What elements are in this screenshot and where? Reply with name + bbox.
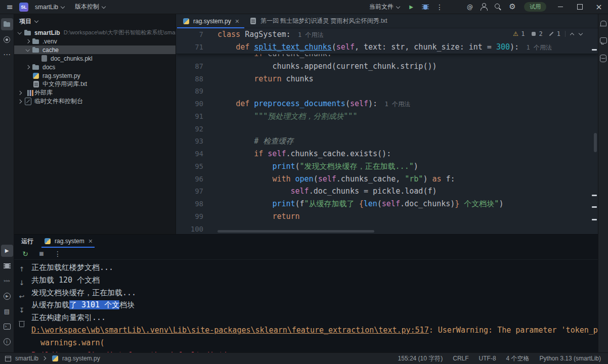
line-number: 97 xyxy=(176,185,203,198)
project-toolwindow-button[interactable] xyxy=(1,18,13,30)
debug-toolwindow-button[interactable] xyxy=(1,260,13,272)
console-more-v-button[interactable] xyxy=(53,249,63,259)
tree-item-label: rag.system.py xyxy=(42,72,80,79)
line-number: 90 xyxy=(176,98,203,110)
close-icon[interactable]: × xyxy=(89,237,93,245)
code-line: 96 with open(self.chunks_cache, "rb") as… xyxy=(176,173,598,186)
info-toolwindow-button[interactable] xyxy=(1,336,13,348)
project-panel-header[interactable]: 项目 xyxy=(14,14,176,28)
file-python-icon xyxy=(182,17,190,25)
console-up-button[interactable] xyxy=(17,264,27,274)
chevron-down-icon xyxy=(61,5,65,9)
tree-item[interactable]: .venv xyxy=(14,37,176,46)
statusbar-item[interactable]: Python 3.13 (smartLib) xyxy=(540,355,601,362)
minimize-icon xyxy=(556,3,564,11)
code-editor[interactable]: 1 2 1 xyxy=(176,28,598,234)
weak-warning-indicator[interactable]: 2 xyxy=(530,30,543,38)
code-line: 98 print(f"从缓存加载了 {len(self.doc_chunks)}… xyxy=(176,198,598,210)
trial-badge[interactable]: 试用 xyxy=(524,2,546,12)
folder-icon xyxy=(32,37,40,46)
statusbar-item[interactable]: UTF-8 xyxy=(479,355,496,362)
tree-item[interactable]: smartLibD:\workspace\wb\大学图书智能检索系统\smart… xyxy=(14,28,176,37)
maximize-icon xyxy=(576,3,584,11)
vertical-scrollbar[interactable] xyxy=(594,133,597,152)
search-everywhere-button[interactable] xyxy=(492,1,505,13)
code-line: 99 return xyxy=(176,210,598,223)
horizontal-scrollbar[interactable] xyxy=(218,230,374,233)
code-token: ) xyxy=(499,199,503,208)
code-text: # 检查缓存 xyxy=(218,135,293,148)
breadcrumb-file[interactable]: rag.system.py xyxy=(62,355,100,362)
commit-toolwindow-button[interactable] xyxy=(1,33,13,46)
notifications-button[interactable] xyxy=(599,19,608,28)
python-console-toolwindow-button[interactable] xyxy=(1,275,13,287)
build-toolwindow-button[interactable] xyxy=(1,305,13,317)
code-with-me-button[interactable] xyxy=(463,1,476,13)
settings-button[interactable] xyxy=(506,1,519,13)
run-tool-toolwindow-button[interactable] xyxy=(1,245,13,257)
close-icon[interactable]: × xyxy=(235,17,239,25)
console-output[interactable]: 正在加载红楼梦文档...共加载 120 个文档发现文档块缓存，正在加载...从缓… xyxy=(29,260,598,352)
minimize-button[interactable] xyxy=(551,0,570,14)
debug-button[interactable] xyxy=(419,1,432,13)
warning-indicator[interactable]: 1 xyxy=(511,30,525,38)
database-button[interactable] xyxy=(599,54,608,63)
tree-item[interactable]: 外部库 xyxy=(14,88,176,97)
project-widget-button[interactable]: smartLib xyxy=(31,2,68,12)
vcs-widget-button[interactable]: 版本控制 xyxy=(71,1,109,13)
ai-assistant-button[interactable] xyxy=(599,36,608,46)
code-token: .doc_chunks) xyxy=(400,199,455,208)
services-toolwindow-button[interactable] xyxy=(1,290,13,302)
code-text: def split_text_chunks(self, text: str, c… xyxy=(218,41,552,54)
project-tree: smartLibD:\workspace\wb\大学图书智能检索系统\smart… xyxy=(14,28,176,234)
tree-item-label: 外部库 xyxy=(34,88,53,97)
close-button[interactable] xyxy=(590,0,608,14)
python-console-icon xyxy=(3,277,11,285)
run-tab[interactable]: rag.system × xyxy=(41,235,95,248)
statusbar-item[interactable]: 155:24 (10 字符) xyxy=(398,354,443,363)
next-problem-button[interactable] xyxy=(579,32,583,36)
console-rerun-button[interactable] xyxy=(20,249,30,259)
prev-problem-button[interactable] xyxy=(570,32,574,36)
statusbar-item[interactable]: 4 个空格 xyxy=(506,354,530,363)
maximize-button[interactable] xyxy=(571,0,589,14)
project-panel: 项目 smartLibD:\workspace\wb\大学图书智能检索系统\sm… xyxy=(14,14,176,234)
code-line: 90 def preprocess_documents(self): 1 个用法 xyxy=(176,98,598,110)
tree-item[interactable]: 中文停用词库.txt xyxy=(14,80,176,88)
editor-tab[interactable]: 第一回 甄士隐梦幻识通灵 贾雨村风尘怀闺秀.txt xyxy=(244,14,393,28)
terminal-toolwindow-button[interactable] xyxy=(1,321,13,333)
main-area: 项目 smartLibD:\workspace\wb\大学图书智能检索系统\sm… xyxy=(0,14,608,352)
statusbar-item[interactable]: CRLF xyxy=(453,355,468,362)
code-token: 1 个用法 xyxy=(377,101,410,108)
tree-item[interactable]: docs xyxy=(14,63,176,71)
run-button[interactable] xyxy=(405,1,418,13)
console-scroll-end-button[interactable] xyxy=(17,305,27,315)
run-config-button[interactable]: 当前文件 xyxy=(366,1,404,13)
file-python-icon xyxy=(32,72,40,80)
code-line: 71 def split_text_chunks(self, text: str… xyxy=(176,41,598,54)
console-stop-button[interactable] xyxy=(36,249,47,259)
editor-tab[interactable]: rag.system.py× xyxy=(177,14,244,28)
inspections-widget[interactable]: 1 2 1 xyxy=(511,30,583,38)
run-toolwindow-title[interactable]: 运行 xyxy=(21,237,33,246)
tree-item[interactable]: doc_chunks.pkl xyxy=(14,54,176,63)
more-run-actions-button[interactable] xyxy=(433,1,446,13)
main-menu-button[interactable] xyxy=(3,1,16,13)
console-clear-button[interactable] xyxy=(17,318,27,329)
tree-item[interactable]: 临时文件和控制台 xyxy=(14,97,176,106)
breadcrumb-project[interactable]: smartLib xyxy=(15,355,38,362)
console-down-button[interactable] xyxy=(17,278,27,288)
file-link[interactable]: D:\workspace\wb\smartLib\.venv\Lib\site-… xyxy=(31,326,429,335)
code-text: print("发现文档块缓存，正在加载...") xyxy=(218,160,418,173)
typo-indicator[interactable]: 1 xyxy=(547,30,560,38)
account-button[interactable] xyxy=(477,1,491,13)
code-token: def xyxy=(236,99,254,108)
typo-count: 1 xyxy=(557,30,560,37)
gutter-space xyxy=(203,148,218,160)
more-h-toolwindow-button[interactable] xyxy=(1,49,13,61)
tree-item[interactable]: cache xyxy=(14,46,176,54)
tree-item[interactable]: rag.system.py xyxy=(14,71,176,80)
editor-tabbar: rag.system.py×第一回 甄士隐梦幻识通灵 贾雨村风尘怀闺秀.txt xyxy=(176,14,598,28)
console-soft-wrap-button[interactable] xyxy=(17,291,27,301)
code-token: ( xyxy=(314,174,318,184)
